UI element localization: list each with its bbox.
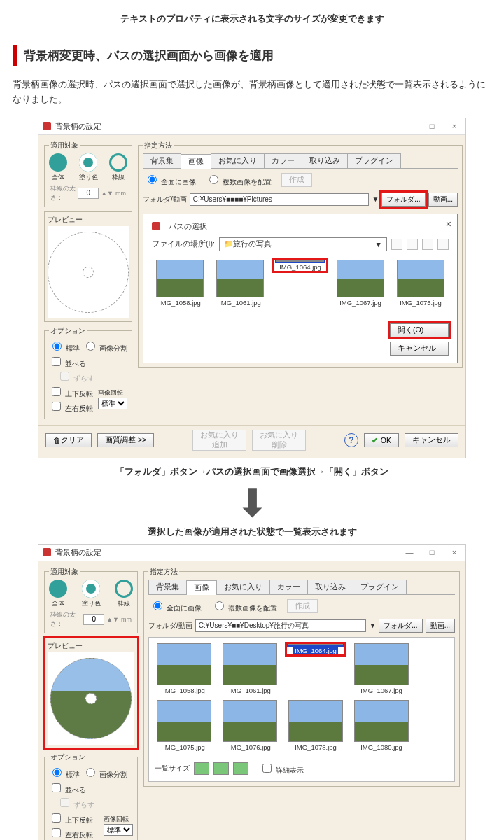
minimize-button[interactable]: — bbox=[402, 548, 416, 556]
path-input[interactable]: C:¥Users¥■■¥Desktop¥旅行の写真 bbox=[195, 620, 367, 632]
tab-color[interactable]: カラー bbox=[264, 153, 302, 168]
chk-hflip[interactable]: 左右反転 bbox=[49, 826, 93, 840]
tab-import[interactable]: 取り込み bbox=[307, 580, 354, 594]
size-small-button[interactable] bbox=[194, 762, 209, 775]
picker-back-icon[interactable] bbox=[391, 239, 402, 250]
path-dropdown-icon[interactable]: ▼ bbox=[372, 195, 379, 203]
rotate-select[interactable]: 標準 bbox=[98, 398, 127, 410]
dialog-footer: 🗑 クリア 画質調整 >> お気に入り 追加 お気に入り 削除 ? OK キャン… bbox=[38, 425, 465, 458]
chk-vflip[interactable]: 上下反転 bbox=[49, 385, 93, 399]
help-icon[interactable]: ? bbox=[344, 433, 358, 447]
apply-target-legend: 適用対象 bbox=[49, 141, 80, 150]
picker-open-button[interactable]: 開く(O) bbox=[390, 323, 449, 337]
gallery-item[interactable]: IMG_1075.jpg bbox=[155, 700, 214, 751]
clear-button[interactable]: 🗑 クリア bbox=[46, 433, 92, 447]
target-all[interactable]: 全体 bbox=[49, 580, 67, 608]
mode-multi[interactable]: 複数画像を配置 bbox=[211, 599, 277, 613]
minimize-button[interactable]: — bbox=[402, 122, 416, 130]
tab-plugin[interactable]: プラグイン bbox=[353, 580, 407, 594]
mode-full[interactable]: 全面に画像 bbox=[144, 173, 196, 187]
quality-button[interactable]: 画質調整 >> bbox=[97, 433, 154, 447]
picker-newdir-icon[interactable] bbox=[422, 239, 433, 250]
cancel-button[interactable]: キャンセル bbox=[405, 433, 458, 447]
gallery-item-selected[interactable]: IMG_1064.jpg bbox=[286, 643, 345, 655]
chk-vflip[interactable]: 上下反転 bbox=[49, 811, 93, 825]
chk-align[interactable]: 並べる bbox=[49, 355, 127, 369]
folder-button[interactable]: フォルダ... bbox=[382, 192, 425, 206]
preview-group: プレビュー bbox=[44, 638, 138, 748]
tab-color[interactable]: カラー bbox=[270, 580, 308, 594]
tab-fav[interactable]: お気に入り bbox=[216, 580, 270, 594]
chk-align[interactable]: 並べる bbox=[49, 781, 133, 795]
tab-fav[interactable]: お気に入り bbox=[211, 153, 265, 168]
file-item[interactable]: IMG_1058.jpg bbox=[153, 260, 206, 307]
picker-view-icon[interactable] bbox=[438, 239, 449, 250]
target-fill[interactable]: 塗り色 bbox=[82, 580, 101, 608]
gallery-item[interactable]: IMG_1058.jpg bbox=[155, 643, 214, 694]
image-gallery: IMG_1058.jpg IMG_1061.jpg IMG_1064.jpg I… bbox=[148, 637, 455, 782]
options-group: オプション 標準 画像分割 並べる ずらす 上下反転 左右反転 画像回転 標準 bbox=[44, 326, 132, 419]
gallery-item[interactable]: IMG_1067.jpg bbox=[352, 643, 411, 694]
target-frame[interactable]: 枠線 bbox=[109, 153, 127, 182]
target-frame[interactable]: 枠線 bbox=[115, 580, 133, 608]
opt-standard[interactable]: 標準 bbox=[49, 340, 80, 354]
maximize-button[interactable]: □ bbox=[425, 122, 439, 130]
file-item[interactable]: IMG_1067.jpg bbox=[334, 260, 387, 307]
tab-plugin[interactable]: プラグイン bbox=[347, 153, 401, 168]
chk-detail[interactable]: 詳細表示 bbox=[260, 762, 304, 776]
mode-multi[interactable]: 複数画像を配置 bbox=[206, 173, 272, 187]
file-item[interactable]: IMG_1061.jpg bbox=[214, 260, 267, 307]
body-text: 背景柄画像の選択時、パスの選択画面で選択した画像が、背景柄画像として適用された状… bbox=[13, 78, 491, 108]
movie-button[interactable]: 動画... bbox=[426, 619, 455, 633]
size-medium-button[interactable] bbox=[214, 762, 229, 775]
thickness-input[interactable] bbox=[78, 188, 99, 199]
close-button[interactable]: × bbox=[447, 122, 461, 130]
tab-image[interactable]: 画像 bbox=[181, 154, 211, 169]
tab-bgset[interactable]: 背景集 bbox=[143, 153, 181, 168]
size-large-button[interactable] bbox=[233, 762, 248, 775]
caption-top: テキストのプロパティに表示される文字のサイズが変更できます bbox=[13, 13, 491, 25]
picker-up-icon[interactable] bbox=[407, 239, 418, 250]
method-legend: 指定方法 bbox=[143, 141, 174, 150]
gallery-item[interactable]: IMG_1080.jpg bbox=[352, 700, 411, 751]
tab-bgset[interactable]: 背景集 bbox=[148, 580, 187, 594]
ok-button[interactable]: OK bbox=[364, 433, 399, 447]
tab-import[interactable]: 取り込み bbox=[302, 153, 348, 168]
picker-location-select[interactable]: 📁 旅行の写真 ▼ bbox=[219, 237, 387, 251]
picker-location-label: ファイルの場所(I): bbox=[152, 239, 215, 249]
app-icon bbox=[43, 122, 51, 130]
picker-icon bbox=[152, 222, 160, 230]
tab-image[interactable]: 画像 bbox=[186, 580, 217, 595]
make-button: 作成 bbox=[287, 599, 318, 613]
opt-standard[interactable]: 標準 bbox=[49, 766, 80, 780]
target-all[interactable]: 全体 bbox=[49, 153, 67, 182]
method-group: 指定方法 背景集 画像 お気に入り カラー 取り込み プラグイン 全面に画像 複… bbox=[144, 567, 460, 787]
file-item-selected[interactable]: IMG_1064.jpg bbox=[274, 260, 327, 272]
titlebar: 背景柄の設定 — □ × bbox=[38, 545, 465, 561]
picker-close-icon[interactable]: × bbox=[446, 218, 451, 230]
chk-hflip[interactable]: 左右反転 bbox=[49, 400, 93, 414]
opt-split[interactable]: 画像分割 bbox=[83, 340, 127, 354]
movie-button[interactable]: 動画... bbox=[428, 192, 458, 206]
gallery-item[interactable]: IMG_1076.jpg bbox=[220, 700, 279, 751]
picker-file-list: IMG_1058.jpg IMG_1061.jpg IMG_1064.jpg I… bbox=[152, 258, 449, 308]
gallery-item[interactable]: IMG_1078.jpg bbox=[286, 700, 345, 751]
rotate-select[interactable]: 標準 bbox=[104, 824, 133, 836]
opt-split[interactable]: 画像分割 bbox=[83, 766, 127, 780]
picker-cancel-button[interactable]: キャンセル bbox=[390, 342, 449, 356]
rotate-label: 画像回転 bbox=[98, 388, 127, 398]
chk-shift: ずらす bbox=[57, 370, 127, 384]
window-title: 背景柄の設定 bbox=[55, 121, 102, 132]
file-item[interactable]: IMG_1075.jpg bbox=[394, 260, 447, 307]
thickness-input[interactable] bbox=[83, 614, 104, 625]
thickness-label: 枠線の太さ： bbox=[50, 184, 76, 202]
gallery-item[interactable]: IMG_1061.jpg bbox=[220, 643, 279, 694]
path-dropdown-icon[interactable]: ▼ bbox=[369, 622, 376, 629]
window-title: 背景柄の設定 bbox=[55, 547, 102, 558]
close-button[interactable]: × bbox=[447, 548, 461, 556]
path-input[interactable]: C:¥Users¥■■■■¥Pictures bbox=[190, 193, 370, 206]
folder-button[interactable]: フォルダ... bbox=[379, 619, 422, 633]
target-fill[interactable]: 塗り色 bbox=[79, 153, 98, 182]
maximize-button[interactable]: □ bbox=[425, 548, 439, 556]
mode-full[interactable]: 全面に画像 bbox=[150, 599, 202, 613]
